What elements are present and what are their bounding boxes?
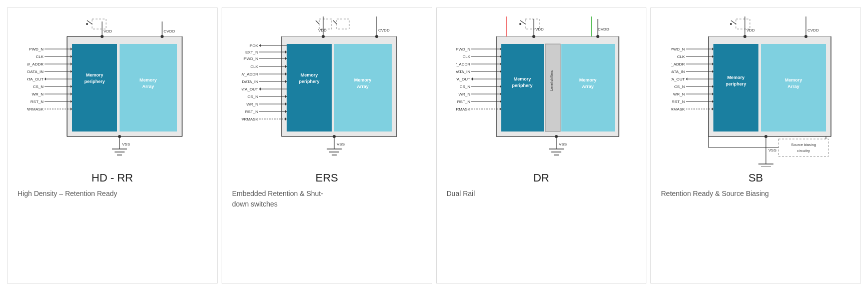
svg-text:CLK: CLK (462, 54, 470, 59)
svg-text:WR_N: WR_N (458, 92, 470, 96)
svg-text:RST_N: RST_N (671, 100, 684, 104)
svg-line-64 (333, 20, 337, 24)
svg-rect-1 (72, 44, 117, 132)
svg-text:WRMASK: WRMASK (27, 107, 44, 112)
svg-text:CLK: CLK (677, 54, 685, 59)
svg-text:DATA_IN: DATA_IN (456, 70, 470, 74)
svg-text:Array: Array (357, 84, 369, 89)
svg-text:RW_ADDR: RW_ADDR (242, 72, 258, 76)
svg-text:CLK: CLK (251, 64, 259, 69)
card-ers-desc: Embedded Retention & Shut-down switches (227, 188, 427, 210)
card-hd-rr-desc: High Density – Retention Ready (13, 188, 212, 199)
svg-rect-61 (319, 19, 332, 29)
card-hd-rr: Memory periphery Memory Array VDD CVDD (7, 7, 218, 284)
svg-text:CVDD: CVDD (164, 29, 175, 34)
card-dr-title: DR (533, 172, 549, 184)
svg-rect-63 (337, 19, 349, 29)
svg-marker-146 (471, 78, 473, 80)
card-ers-title: ERS (316, 172, 338, 184)
svg-text:PWD_N: PWD_N (29, 47, 44, 52)
svg-text:VDD: VDD (318, 28, 327, 32)
svg-text:PWD_N: PWD_N (456, 47, 470, 52)
svg-text:Array: Array (582, 84, 594, 89)
svg-rect-14 (92, 19, 106, 29)
card-sb: Memory periphery Memory Array VDD CVDD (650, 7, 861, 284)
svg-text:RW_ADDR: RW_ADDR (27, 62, 44, 66)
diagram-ers: Memory periphery Memory Array VDD CVDD (227, 16, 427, 166)
svg-text:CS_N: CS_N (674, 84, 685, 89)
cards-container: Memory periphery Memory Array VDD CVDD (0, 0, 868, 291)
card-sb-title: SB (748, 172, 763, 184)
svg-text:Array: Array (143, 84, 155, 89)
svg-text:VSS: VSS (768, 148, 776, 152)
svg-text:WR_N: WR_N (247, 102, 259, 106)
svg-text:Level shifters: Level shifters (550, 70, 553, 91)
svg-point-178 (730, 23, 732, 25)
svg-text:RST_N: RST_N (31, 100, 44, 104)
svg-text:CVDD: CVDD (807, 28, 819, 32)
svg-text:VSS: VSS (559, 142, 567, 146)
svg-text:DATA_IN: DATA_IN (242, 80, 259, 84)
svg-text:circuitry: circuitry (797, 148, 810, 153)
svg-point-67 (322, 35, 325, 38)
svg-marker-72 (259, 44, 261, 47)
svg-text:VSS: VSS (337, 142, 345, 146)
svg-marker-90 (259, 88, 261, 90)
svg-text:WR_N: WR_N (673, 92, 685, 96)
svg-text:WR_N: WR_N (32, 92, 44, 96)
svg-text:periphery: periphery (725, 82, 746, 86)
svg-text:Memory: Memory (301, 72, 318, 78)
svg-text:CS_N: CS_N (33, 84, 44, 89)
svg-text:WRMASK: WRMASK (242, 117, 259, 122)
card-ers: Memory periphery Memory Array VDD CVDD (222, 7, 432, 284)
svg-text:Memory: Memory (727, 75, 744, 80)
svg-text:DATA_IN: DATA_IN (671, 70, 685, 74)
svg-text:VDD: VDD (535, 27, 544, 32)
svg-text:DATA_OUT: DATA_OUT (27, 77, 44, 82)
svg-text:periphery: periphery (299, 79, 320, 84)
card-dr: Memory periphery Level shifters Memory A… (436, 7, 647, 284)
svg-text:Memory: Memory (579, 78, 597, 82)
svg-point-129 (532, 35, 535, 38)
svg-rect-55 (287, 44, 332, 132)
svg-text:CLK: CLK (36, 54, 44, 59)
svg-point-70 (375, 35, 378, 38)
svg-text:DATA_OUT: DATA_OUT (456, 77, 470, 82)
svg-rect-212 (778, 139, 828, 156)
svg-text:periphery: periphery (85, 79, 105, 84)
svg-text:VSS: VSS (122, 142, 130, 146)
svg-text:Memory: Memory (354, 78, 372, 82)
svg-text:RST_N: RST_N (245, 110, 258, 114)
svg-text:VDD: VDD (104, 29, 112, 34)
svg-rect-176 (736, 19, 750, 29)
svg-rect-170 (713, 44, 758, 132)
svg-text:RST_N: RST_N (457, 100, 470, 104)
svg-text:PWD_N: PWD_N (244, 56, 258, 61)
svg-point-184 (804, 35, 807, 38)
svg-text:RW_ADDR: RW_ADDR (456, 62, 470, 66)
svg-text:DATA_IN: DATA_IN (28, 70, 44, 74)
svg-text:POK: POK (250, 44, 259, 48)
diagram-dr: Memory periphery Level shifters Memory A… (442, 16, 641, 166)
svg-text:Array: Array (787, 84, 799, 89)
svg-text:Memory: Memory (514, 76, 531, 82)
svg-text:CVDD: CVDD (378, 28, 390, 32)
svg-text:RW_ADDR: RW_ADDR (671, 62, 685, 66)
svg-text:CS_N: CS_N (460, 84, 471, 89)
svg-line-62 (316, 20, 319, 24)
svg-text:EXT_N: EXT_N (245, 50, 258, 54)
svg-text:periphery: periphery (512, 83, 532, 88)
card-hd-rr-title: HD - RR (92, 172, 133, 184)
svg-marker-198 (686, 78, 687, 80)
svg-text:Memory: Memory (86, 72, 104, 78)
svg-text:PWD_N: PWD_N (671, 47, 685, 52)
svg-text:Source biasing: Source biasing (791, 142, 816, 147)
svg-text:Memory: Memory (140, 78, 157, 82)
svg-text:CVDD: CVDD (598, 27, 609, 32)
svg-text:Memory: Memory (784, 78, 802, 82)
svg-marker-30 (45, 78, 46, 80)
card-sb-desc: Retention Ready & Source Biasing (656, 188, 855, 199)
svg-text:DATA_OUT: DATA_OUT (242, 87, 258, 92)
svg-text:WRMASK: WRMASK (671, 107, 685, 112)
svg-point-16 (86, 23, 88, 25)
